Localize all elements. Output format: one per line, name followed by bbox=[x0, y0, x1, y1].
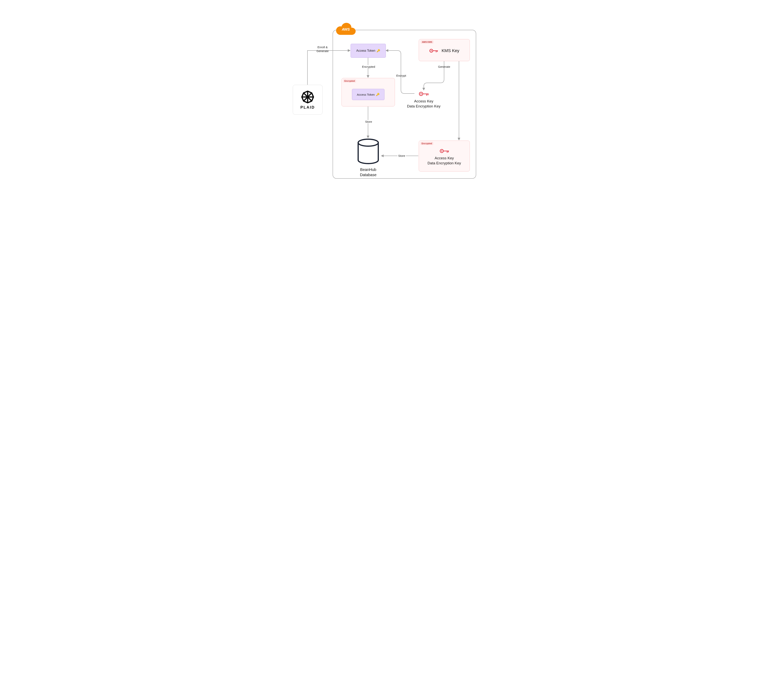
edge-label-encrypted: Encrypted bbox=[361, 65, 376, 69]
key-emoji-icon: 🔑 bbox=[376, 93, 380, 96]
edge-label-encrypt: Encrypt bbox=[396, 74, 406, 77]
edge-label-store-2: Store bbox=[398, 154, 406, 157]
plaid-card: PLAID bbox=[293, 85, 323, 115]
key-icon bbox=[439, 148, 449, 154]
svg-point-3 bbox=[420, 93, 422, 94]
kms-key-box: AWS KMS KMS Key bbox=[419, 39, 470, 61]
edge-label-store-1: Store bbox=[364, 120, 373, 123]
dek-line2: Data Encryption Key bbox=[407, 104, 441, 108]
key-emoji-icon: 🔑 bbox=[377, 49, 380, 53]
beanhub-database: BeanHub Database bbox=[356, 139, 381, 177]
svg-point-1 bbox=[431, 50, 432, 51]
kms-key-label: KMS Key bbox=[442, 48, 459, 53]
plaid-label: PLAID bbox=[301, 105, 315, 110]
svg-point-6 bbox=[358, 139, 378, 146]
access-token-plain-label: Access Token bbox=[356, 49, 375, 53]
key-icon bbox=[419, 91, 429, 97]
plaid-logo-icon bbox=[301, 90, 315, 104]
dek-enc-line2: Data Encryption Key bbox=[427, 161, 461, 165]
dek-line1: Access Key bbox=[414, 99, 433, 103]
key-icon bbox=[429, 48, 438, 54]
database-icon bbox=[356, 139, 381, 165]
svg-point-5 bbox=[441, 151, 442, 152]
access-token-encrypted-label: Access Token bbox=[357, 93, 375, 96]
db-line2: Database bbox=[360, 173, 377, 177]
encrypted-access-token-box: Encrypted Access Token 🔑 bbox=[342, 78, 395, 107]
encrypted-dek-box: Encrypted Access Key Data Encryption Key bbox=[419, 140, 470, 172]
edge-label-enroll: Enroll & Generate bbox=[314, 45, 331, 53]
data-encryption-key-plain: Access Key Data Encryption Key bbox=[403, 91, 445, 108]
dek-enc-line1: Access Key bbox=[434, 156, 454, 160]
db-line1: BeanHub bbox=[360, 167, 376, 172]
access-token-encrypted-inner: Access Token 🔑 bbox=[352, 89, 385, 100]
access-token-plain: Access Token 🔑 bbox=[351, 44, 386, 58]
encrypted-tag: Encrypted bbox=[343, 80, 356, 83]
aws-cloud-badge: AWS bbox=[335, 22, 356, 36]
aws-label: AWS bbox=[335, 22, 356, 36]
edge-label-generate: Generate bbox=[438, 65, 450, 69]
